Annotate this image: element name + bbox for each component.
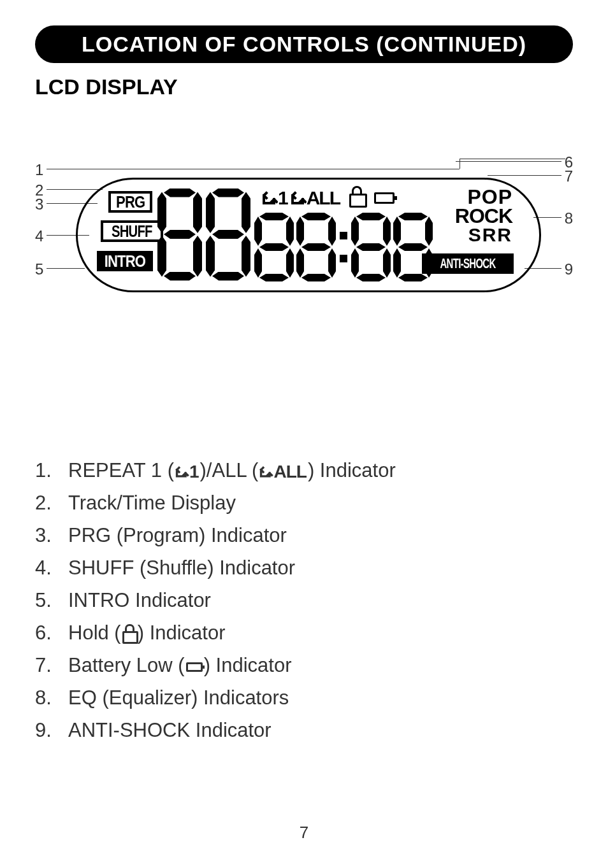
- legend-item-7: 7. Battery Low () Indicator: [35, 654, 573, 677]
- repeat-all-icon: ALL: [259, 462, 306, 482]
- legend-item-2: 2. Track/Time Display: [35, 492, 573, 515]
- seven-seg-digit: [296, 213, 336, 281]
- seven-seg-digit: [206, 189, 250, 281]
- leader-line: [47, 169, 460, 169]
- legend-item-1: 1. REPEAT 1 (1)/ALL (ALL) Indicator: [35, 459, 573, 482]
- leader-label-3: 3: [35, 196, 43, 213]
- eq-pop-label: POP: [455, 187, 512, 206]
- legend-item-4: 4. SHUFF (Shuffle) Indicator: [35, 557, 573, 580]
- leader-label-1: 1: [35, 161, 43, 179]
- legend-list: 1. REPEAT 1 (1)/ALL (ALL) Indicator 2. T…: [35, 459, 573, 742]
- leader-label-5: 5: [35, 260, 43, 278]
- header-title: LOCATION OF CONTROLS (CONTINUED): [82, 32, 526, 56]
- prg-indicator: PRG: [108, 191, 152, 213]
- battery-icon: [186, 662, 203, 672]
- lcd-diagram: 1 2 3 4 5 6 7 8 9 PRG SHUFF INTRO ANTI-S…: [35, 160, 573, 345]
- leader-label-8: 8: [565, 210, 573, 227]
- shuff-indicator: SHUFF: [101, 220, 163, 242]
- legend-item-3: 3. PRG (Program) Indicator: [35, 524, 573, 547]
- legend-item-8: 8. EQ (Equalizer) Indicators: [35, 687, 573, 709]
- seven-seg-digit: [393, 213, 433, 281]
- intro-indicator: INTRO: [97, 251, 153, 271]
- leader-line: [460, 159, 565, 159]
- repeat-1-icon: 1: [175, 462, 199, 482]
- header-banner: LOCATION OF CONTROLS (CONTINUED): [35, 25, 573, 63]
- seven-seg-digit: [157, 189, 202, 281]
- leader-label-9: 9: [565, 260, 573, 278]
- eq-srr-label: SRR: [455, 226, 512, 245]
- time-colon: [338, 213, 349, 281]
- leader-line: [456, 161, 561, 162]
- eq-indicators: POP ROCK SRR: [455, 187, 512, 244]
- lock-icon: [122, 629, 136, 642]
- seven-seg-digit: [254, 213, 294, 281]
- seven-seg-digit: [351, 213, 391, 281]
- section-title: LCD DISPLAY: [35, 75, 573, 99]
- leader-line: [460, 159, 460, 169]
- legend-item-6: 6. Hold () Indicator: [35, 622, 573, 644]
- eq-rock-label: ROCK: [455, 206, 512, 225]
- anti-shock-indicator: ANTI-SHOCK: [422, 253, 514, 274]
- track-time-display: [157, 187, 435, 281]
- legend-item-9: 9. ANTI-SHOCK Indicator: [35, 719, 573, 742]
- leader-label-4: 4: [35, 227, 43, 245]
- leader-label-7: 7: [565, 167, 573, 185]
- page-number: 7: [300, 823, 308, 843]
- legend-item-5: 5. INTRO Indicator: [35, 589, 573, 612]
- lcd-display: PRG SHUFF INTRO ANTI-SHOCK 1 ALL POP ROC…: [76, 178, 541, 292]
- leader-line: [488, 175, 561, 176]
